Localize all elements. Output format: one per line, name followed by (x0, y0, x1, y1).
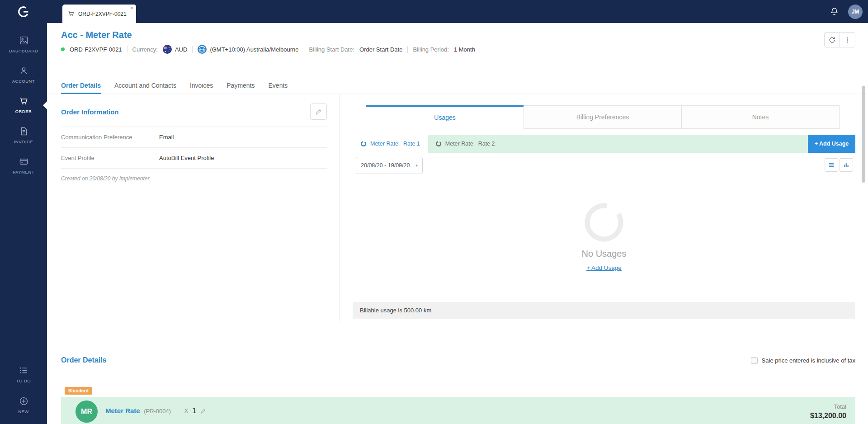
tab-notes[interactable]: Notes (681, 105, 840, 129)
tab-account-and-contacts[interactable]: Account and Contacts (114, 78, 176, 94)
sidebar: DASHBOARD ACCOUNT ORDER INVOICE (0, 0, 47, 424)
topbar: ORD-F2XVPF-0021 × JM (47, 0, 868, 23)
list-view-button[interactable] (825, 158, 838, 172)
header-actions (824, 32, 855, 47)
sidebar-item-payment[interactable]: PAYMENT (0, 151, 47, 181)
user-avatar[interactable]: JM (848, 5, 863, 19)
app-window: DASHBOARD ACCOUNT ORDER INVOICE (0, 0, 868, 424)
sidebar-item-account[interactable]: ACCOUNT (0, 60, 47, 90)
order-details-header-row: Order Details Sale price entered is incl… (61, 356, 855, 364)
empty-state-title: No Usages (582, 249, 627, 259)
rate-tab-row: Meter Rate - Rate 1 Meter Rate - Rate 2 … (353, 135, 855, 153)
page-title: Acc - Meter Rate (61, 30, 132, 40)
cart-icon (19, 96, 28, 106)
main-content: Acc - Meter Rate ORD-F2XVPF-0021 Currenc… (47, 23, 868, 424)
tab-order-details[interactable]: Order Details (61, 78, 101, 94)
tab-invoices[interactable]: Invoices (190, 78, 213, 94)
refresh-button[interactable] (824, 32, 840, 47)
logo-icon (17, 5, 30, 19)
sidebar-item-todo[interactable]: TO DO (0, 362, 47, 387)
active-item-notch (43, 101, 47, 109)
sidebar-item-order[interactable]: ORDER (0, 90, 47, 120)
scrollbar-thumb[interactable] (862, 86, 865, 183)
product-code: (PR-0004) (144, 408, 171, 415)
product-name-block: Meter Rate (PR-0004) (105, 407, 184, 415)
sidebar-item-label: DASHBOARD (9, 48, 38, 53)
aud-flag-icon (163, 45, 172, 54)
edit-quantity-button[interactable] (200, 408, 207, 414)
order-information-header: Order Information (61, 104, 327, 120)
sidebar-item-dashboard[interactable]: DASHBOARD (0, 29, 47, 60)
sidebar-item-label: NEW (18, 409, 29, 414)
usage-empty-state: No Usages + Add Usage (353, 177, 855, 302)
globe-icon (198, 45, 207, 54)
product-name-link[interactable]: Meter Rate (105, 407, 140, 415)
order-item-row: MR Meter Rate (PR-0004) X 1 Total $13,20… (61, 397, 855, 424)
usage-tab-bar: Usages Billing Preferences Notes (366, 105, 840, 129)
rate-tab-meter-rate-2[interactable]: Meter Rate - Rate 2 (428, 135, 503, 153)
chart-view-button[interactable] (840, 158, 853, 172)
tab-usages[interactable]: Usages (366, 105, 524, 129)
kebab-menu-icon (844, 36, 851, 44)
separator (127, 46, 127, 53)
tab-events[interactable]: Events (269, 78, 288, 94)
order-information-title: Order Information (61, 108, 119, 116)
date-range-select[interactable]: 20/08/20 - 19/09/20 ▾ (356, 157, 423, 174)
tab-payments[interactable]: Payments (226, 78, 255, 94)
pencil-icon (315, 108, 322, 115)
info-row: Communication Preference Email (61, 127, 327, 148)
sidebar-bottom: TO DO NEW (0, 362, 47, 418)
quantity-value: 1 (192, 406, 196, 415)
tax-inclusive-checkbox[interactable] (751, 357, 758, 364)
separator (304, 46, 304, 53)
order-meta-row: ORD-F2XVPF-0021 Currency: AUD (61, 45, 475, 54)
plus-circle-icon (19, 396, 28, 406)
order-id: ORD-F2XVPF-0021 (70, 46, 122, 53)
open-order-tab[interactable]: ORD-F2XVPF-0021 × (62, 5, 136, 23)
sidebar-nav: DASHBOARD ACCOUNT ORDER INVOICE (0, 23, 47, 181)
dashboard-icon (19, 36, 28, 45)
timezone-value: (GMT+10:00) Australia/Melbourne (210, 46, 298, 53)
rate-tab-meter-rate-1[interactable]: Meter Rate - Rate 1 (353, 135, 428, 153)
todo-list-icon (19, 366, 28, 375)
add-usage-button[interactable]: + Add Usage (808, 135, 855, 153)
usages-panel: Usages Billing Preferences Notes Meter R… (353, 94, 855, 321)
billing-start-value: Order Start Date (359, 46, 402, 53)
empty-donut-chart (584, 203, 624, 242)
sidebar-item-label: PAYMENT (13, 170, 34, 174)
panel-divider (339, 94, 340, 321)
app-logo[interactable] (0, 0, 47, 23)
order-information-panel: Order Information Communication Preferen… (61, 94, 339, 182)
list-view-icon (828, 161, 835, 169)
close-tab-icon[interactable]: × (130, 5, 133, 11)
separator (407, 46, 408, 53)
created-note: Created on 20/08/20 by Implementer (61, 175, 339, 182)
info-value: Email (159, 134, 174, 141)
sidebar-item-invoice[interactable]: INVOICE (0, 120, 47, 151)
currency-label: Currency: (132, 46, 158, 53)
sidebar-item-new[interactable]: NEW (0, 392, 47, 418)
billing-period-value: 1 Month (454, 46, 475, 53)
tax-inclusive-label: Sale price entered is inclusive of tax (762, 357, 855, 364)
add-usage-link[interactable]: + Add Usage (586, 264, 622, 271)
view-toggles (825, 158, 853, 172)
tab-billing-preferences[interactable]: Billing Preferences (524, 105, 682, 129)
billing-start-label: Billing Start Date: (309, 46, 354, 53)
info-label: Event Profile (61, 155, 159, 161)
billable-usage-note: Billable usage is 500.00 km (353, 302, 855, 319)
timezone-group: (GMT+10:00) Australia/Melbourne (198, 45, 298, 54)
donut-chart-icon (360, 141, 367, 147)
rate-tab-label: Meter Rate - Rate 1 (370, 141, 420, 147)
more-options-button[interactable] (840, 32, 855, 47)
info-value: AutoBill Event Profile (159, 155, 214, 161)
notification-bell-icon[interactable] (830, 7, 839, 16)
order-information-table: Communication Preference Email Event Pro… (61, 127, 327, 169)
item-total-block: Total $13,200.00 (810, 403, 846, 420)
status-dot (61, 47, 65, 51)
info-label: Communication Preference (61, 134, 159, 141)
separator (192, 46, 193, 53)
credit-card-icon (19, 157, 28, 166)
tax-inclusive-group: Sale price entered is inclusive of tax (751, 357, 855, 364)
edit-order-information-button[interactable] (310, 104, 327, 120)
bar-chart-icon (843, 161, 850, 169)
